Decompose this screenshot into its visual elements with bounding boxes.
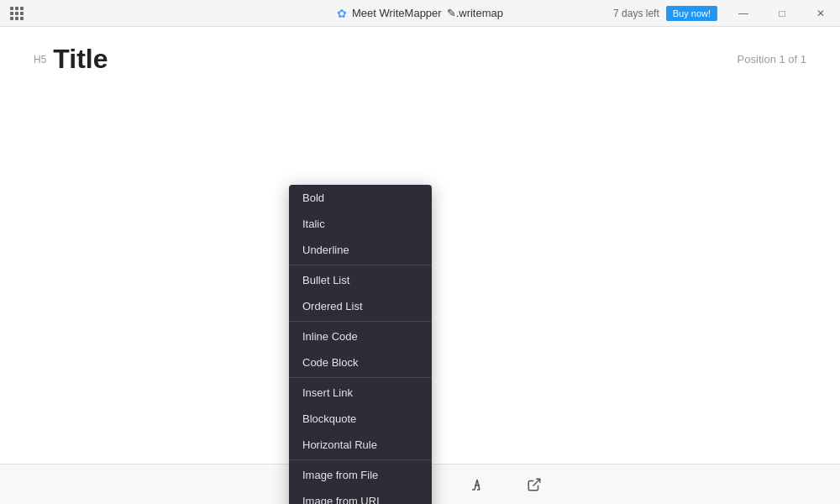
app-subtitle: ✎.writemap [447,7,503,19]
menu-item-inline-code[interactable]: Inline Code [289,323,432,349]
title-bar-left [10,7,24,20]
title-bar: ✿ Meet WriteMapper ✎.writemap 7 days lef… [0,0,840,27]
menu-divider-4 [289,459,432,460]
font-button[interactable] [462,470,492,500]
doc-title[interactable]: Title [53,44,108,75]
menu-item-horizontal-rule[interactable]: Horizontal Rule [289,432,432,458]
menu-divider-2 [289,321,432,322]
window-controls: — □ ✕ [724,0,840,26]
menu-item-italic[interactable]: Italic [289,211,432,237]
menu-item-image-file[interactable]: Image from File [289,462,432,488]
export-button[interactable] [519,470,549,500]
menu-item-image-url[interactable]: Image from URL [289,488,432,504]
menu-divider-3 [289,377,432,378]
doc-header: H5 Title Position 1 of 1 [34,44,806,75]
minimize-button[interactable]: — [724,0,763,27]
export-icon [527,477,542,492]
menu-item-insert-link[interactable]: Insert Link [289,380,432,406]
maximize-button[interactable]: □ [763,0,801,27]
context-menu: Bold Italic Underline Bullet List Ordere… [289,185,432,504]
position-indicator: Position 1 of 1 [738,53,806,66]
menu-item-bullet-list[interactable]: Bullet List [289,267,432,293]
close-button[interactable]: ✕ [801,0,840,27]
main-content: H5 Title Position 1 of 1 Bold Italic Und… [0,27,840,464]
menu-divider-1 [289,265,432,265]
menu-item-bold[interactable]: Bold [289,185,432,211]
buy-now-button[interactable]: Buy now! [666,6,717,21]
menu-item-code-block[interactable]: Code Block [289,349,432,375]
grid-menu-icon[interactable] [10,7,24,20]
svg-line-1 [533,479,540,486]
menu-item-blockquote[interactable]: Blockquote [289,406,432,432]
app-logo-icon: ✿ [337,7,347,20]
heading-label: H5 [34,54,46,66]
title-bar-center: ✿ Meet WriteMapper ✎.writemap [337,7,503,20]
trial-text: 7 days left [613,8,659,19]
title-bar-right: 7 days left Buy now! — □ ✕ [613,0,840,26]
app-title: Meet WriteMapper [352,7,442,19]
menu-item-underline[interactable]: Underline [289,237,432,263]
title-area: H5 Title [34,44,108,75]
menu-item-ordered-list[interactable]: Ordered List [289,293,432,319]
font-icon [470,477,485,492]
